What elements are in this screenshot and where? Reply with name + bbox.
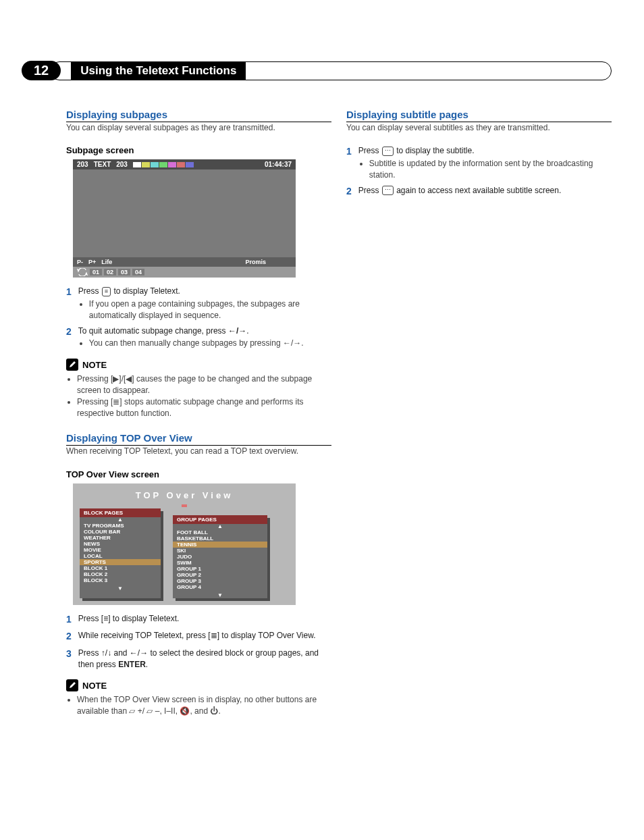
note-list-1: Pressing [▶]/[◀] causes the page to be c… [77,373,331,419]
para-subpages: You can display several subpages as they… [66,122,331,133]
arrow-down-icon: ▼ [173,593,267,598]
pencil-icon [66,359,78,371]
subtitle-icon: ⋯ [382,186,394,195]
arrow-down-icon: ▼ [80,586,161,592]
step-2: 2 Press ⋯ again to access next available… [346,185,612,199]
step-3: 3Press ↑/↓ and ←/→ to select the desired… [66,648,331,671]
para-top: When receiving TOP Teletext, you can rea… [66,446,331,456]
step-2: 2 To quit automatic subpage change, pres… [66,325,331,350]
heading-subtitle-pages: Displaying subtitle pages [346,109,612,120]
heading-top-screen: TOP Over View screen [66,469,331,479]
heading-top-overview: Displaying TOP Over View [66,432,331,444]
steps-top: 1Press [≡] to display Teletext. 2While r… [66,613,331,671]
teletext-icon: ≡ [102,287,111,296]
steps-subpages: 1 Press ≡ to display Teletext. If you op… [66,286,331,349]
step-1: 1 Press ≡ to display Teletext. If you op… [66,286,331,321]
para-subtitle: You can display several subtitles as the… [346,122,612,133]
step-2: 2While receiving TOP Teletext, press [≣]… [66,630,331,644]
subtitle-icon: ⋯ [382,147,394,156]
arrow-up-icon: ▲ [80,517,161,523]
step-1: 1 Press ⋯ to display the subtitle. Subti… [346,145,612,180]
block-pages-panel: BLOCK PAGES ▲ TV PROGRAMSCOLOUR BARWEATH… [80,508,161,598]
cycle-icon [77,268,88,276]
chapter-number: 12 [22,61,61,80]
chapter-header: 12 Using the Teletext Functions [22,61,612,80]
heading-subpage-screen: Subpage screen [66,145,331,155]
pencil-icon [66,679,78,691]
heading-subpages: Displaying subpages [66,109,331,120]
note-heading: NOTE [66,359,331,371]
subpage-indicator: 01 02 03 04 [73,267,296,278]
note-list-2: When the TOP Over View screen is in disp… [77,694,331,717]
arrow-left-right-icon: ←/→ [228,326,246,336]
color-bar-icon [133,162,194,167]
group-pages-panel: GROUP PAGES ▲ FOOT BALLBASKETBALL TENNIS… [173,515,267,598]
chapter-title: Using the Teletext Functions [71,62,246,80]
steps-subtitle: 1 Press ⋯ to display the subtitle. Subti… [346,145,612,198]
top-overview-figure: TOP Over View BLOCK PAGES ▲ TV PROGRAMSC… [73,483,296,605]
step-1: 1Press [≡] to display Teletext. [66,613,331,627]
note-heading: NOTE [66,679,331,691]
subpage-screen-figure: 203 TEXT 203 01:44:37 P- P+ Life Promis [73,159,296,278]
arrow-up-icon: ▲ [173,524,267,529]
